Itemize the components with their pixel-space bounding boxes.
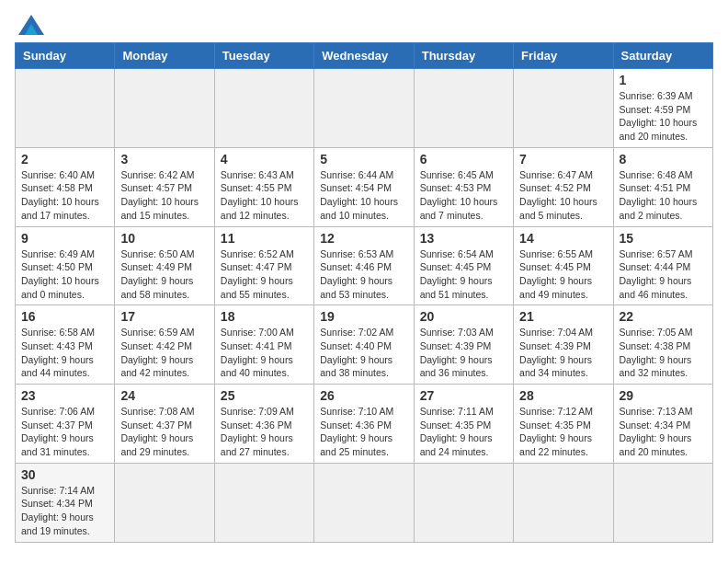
- day-number: 17: [120, 309, 208, 324]
- calendar-cell: 5Sunrise: 6:44 AM Sunset: 4:54 PM Daylig…: [314, 147, 414, 226]
- calendar-week-4: 16Sunrise: 6:58 AM Sunset: 4:43 PM Dayli…: [16, 305, 713, 385]
- calendar-cell: 20Sunrise: 7:03 AM Sunset: 4:39 PM Dayli…: [414, 305, 513, 385]
- day-number: 21: [519, 309, 607, 324]
- calendar-cell: [115, 463, 214, 542]
- day-info: Sunrise: 7:10 AM Sunset: 4:36 PM Dayligh…: [320, 405, 407, 459]
- day-info: Sunrise: 7:08 AM Sunset: 4:37 PM Dayligh…: [120, 405, 208, 459]
- calendar-week-3: 9Sunrise: 6:49 AM Sunset: 4:50 PM Daylig…: [16, 226, 713, 305]
- logo-icon: [18, 15, 44, 35]
- calendar-week-2: 2Sunrise: 6:40 AM Sunset: 4:58 PM Daylig…: [16, 147, 713, 226]
- day-info: Sunrise: 6:55 AM Sunset: 4:45 PM Dayligh…: [519, 247, 607, 302]
- day-number: 11: [221, 231, 308, 246]
- day-number: 29: [620, 388, 707, 403]
- day-number: 16: [21, 309, 108, 324]
- day-header-saturday: Saturday: [613, 43, 712, 69]
- day-info: Sunrise: 7:14 AM Sunset: 4:34 PM Dayligh…: [21, 484, 108, 538]
- day-number: 14: [519, 231, 607, 246]
- calendar-cell: 16Sunrise: 6:58 AM Sunset: 4:43 PM Dayli…: [16, 305, 115, 385]
- day-info: Sunrise: 6:40 AM Sunset: 4:58 PM Dayligh…: [21, 168, 108, 223]
- day-info: Sunrise: 7:11 AM Sunset: 4:35 PM Dayligh…: [420, 405, 507, 459]
- day-info: Sunrise: 6:47 AM Sunset: 4:52 PM Dayligh…: [519, 168, 607, 223]
- day-info: Sunrise: 7:02 AM Sunset: 4:40 PM Dayligh…: [320, 326, 407, 380]
- day-info: Sunrise: 6:43 AM Sunset: 4:55 PM Dayligh…: [221, 168, 308, 223]
- day-info: Sunrise: 7:04 AM Sunset: 4:39 PM Dayligh…: [519, 326, 607, 380]
- day-info: Sunrise: 6:48 AM Sunset: 4:51 PM Dayligh…: [620, 168, 707, 223]
- calendar-cell: 25Sunrise: 7:09 AM Sunset: 4:36 PM Dayli…: [214, 385, 313, 464]
- calendar-cell: 1Sunrise: 6:39 AM Sunset: 4:59 PM Daylig…: [613, 69, 712, 148]
- day-info: Sunrise: 6:44 AM Sunset: 4:54 PM Dayligh…: [320, 168, 407, 223]
- calendar-cell: 12Sunrise: 6:53 AM Sunset: 4:46 PM Dayli…: [314, 226, 414, 305]
- calendar-cell: [314, 463, 414, 542]
- calendar-cell: 15Sunrise: 6:57 AM Sunset: 4:44 PM Dayli…: [613, 226, 712, 305]
- day-info: Sunrise: 7:13 AM Sunset: 4:34 PM Dayligh…: [620, 405, 707, 459]
- day-number: 7: [519, 152, 607, 167]
- day-number: 24: [120, 388, 208, 403]
- day-number: 12: [320, 231, 407, 246]
- calendar-table: SundayMondayTuesdayWednesdayThursdayFrid…: [15, 42, 713, 543]
- day-info: Sunrise: 6:39 AM Sunset: 4:59 PM Dayligh…: [620, 89, 707, 144]
- calendar-cell: [414, 69, 513, 148]
- day-number: 28: [519, 388, 607, 403]
- calendar-cell: 8Sunrise: 6:48 AM Sunset: 4:51 PM Daylig…: [613, 147, 712, 226]
- calendar-cell: 11Sunrise: 6:52 AM Sunset: 4:47 PM Dayli…: [214, 226, 313, 305]
- calendar-cell: 6Sunrise: 6:45 AM Sunset: 4:53 PM Daylig…: [414, 147, 513, 226]
- calendar-cell: 9Sunrise: 6:49 AM Sunset: 4:50 PM Daylig…: [16, 226, 115, 305]
- calendar-cell: 7Sunrise: 6:47 AM Sunset: 4:52 PM Daylig…: [514, 147, 613, 226]
- day-number: 18: [221, 309, 308, 324]
- calendar-cell: [16, 69, 115, 148]
- logo: [15, 15, 44, 35]
- calendar-cell: [613, 463, 712, 542]
- calendar-cell: [115, 69, 214, 148]
- calendar-week-5: 23Sunrise: 7:06 AM Sunset: 4:37 PM Dayli…: [16, 385, 713, 464]
- calendar-header-row: SundayMondayTuesdayWednesdayThursdayFrid…: [16, 43, 713, 69]
- day-info: Sunrise: 6:57 AM Sunset: 4:44 PM Dayligh…: [620, 247, 707, 302]
- calendar-cell: [514, 463, 613, 542]
- day-info: Sunrise: 7:03 AM Sunset: 4:39 PM Dayligh…: [420, 326, 507, 380]
- calendar-cell: [214, 69, 313, 148]
- calendar-cell: 13Sunrise: 6:54 AM Sunset: 4:45 PM Dayli…: [414, 226, 513, 305]
- day-info: Sunrise: 6:54 AM Sunset: 4:45 PM Dayligh…: [420, 247, 507, 302]
- day-header-thursday: Thursday: [414, 43, 513, 69]
- day-number: 15: [620, 231, 707, 246]
- day-info: Sunrise: 7:06 AM Sunset: 4:37 PM Dayligh…: [21, 405, 108, 459]
- day-number: 22: [620, 309, 707, 324]
- calendar-cell: 3Sunrise: 6:42 AM Sunset: 4:57 PM Daylig…: [115, 147, 214, 226]
- day-number: 8: [620, 152, 707, 167]
- day-info: Sunrise: 7:12 AM Sunset: 4:35 PM Dayligh…: [519, 405, 607, 459]
- day-number: 25: [221, 388, 308, 403]
- day-number: 9: [21, 231, 108, 246]
- day-header-wednesday: Wednesday: [314, 43, 414, 69]
- calendar-cell: 14Sunrise: 6:55 AM Sunset: 4:45 PM Dayli…: [514, 226, 613, 305]
- day-header-friday: Friday: [514, 43, 613, 69]
- day-info: Sunrise: 6:45 AM Sunset: 4:53 PM Dayligh…: [420, 168, 507, 223]
- day-number: 19: [320, 309, 407, 324]
- day-number: 2: [21, 152, 108, 167]
- calendar-cell: 21Sunrise: 7:04 AM Sunset: 4:39 PM Dayli…: [514, 305, 613, 385]
- day-number: 6: [420, 152, 507, 167]
- day-number: 5: [320, 152, 407, 167]
- calendar-cell: 26Sunrise: 7:10 AM Sunset: 4:36 PM Dayli…: [314, 385, 414, 464]
- calendar-cell: 17Sunrise: 6:59 AM Sunset: 4:42 PM Dayli…: [115, 305, 214, 385]
- day-info: Sunrise: 7:00 AM Sunset: 4:41 PM Dayligh…: [221, 326, 308, 380]
- day-number: 1: [620, 73, 707, 87]
- calendar-cell: 28Sunrise: 7:12 AM Sunset: 4:35 PM Dayli…: [514, 385, 613, 464]
- day-info: Sunrise: 6:53 AM Sunset: 4:46 PM Dayligh…: [320, 247, 407, 302]
- calendar-cell: 29Sunrise: 7:13 AM Sunset: 4:34 PM Dayli…: [613, 385, 712, 464]
- day-header-tuesday: Tuesday: [214, 43, 313, 69]
- page-header: [15, 15, 713, 35]
- calendar-cell: 2Sunrise: 6:40 AM Sunset: 4:58 PM Daylig…: [16, 147, 115, 226]
- calendar-week-6: 30Sunrise: 7:14 AM Sunset: 4:34 PM Dayli…: [16, 463, 713, 542]
- day-info: Sunrise: 7:09 AM Sunset: 4:36 PM Dayligh…: [221, 405, 308, 459]
- day-info: Sunrise: 6:42 AM Sunset: 4:57 PM Dayligh…: [120, 168, 208, 223]
- calendar-cell: 19Sunrise: 7:02 AM Sunset: 4:40 PM Dayli…: [314, 305, 414, 385]
- calendar-cell: 23Sunrise: 7:06 AM Sunset: 4:37 PM Dayli…: [16, 385, 115, 464]
- day-number: 20: [420, 309, 507, 324]
- calendar-cell: [314, 69, 414, 148]
- day-number: 10: [120, 231, 208, 246]
- day-info: Sunrise: 6:58 AM Sunset: 4:43 PM Dayligh…: [21, 326, 108, 380]
- day-info: Sunrise: 7:05 AM Sunset: 4:38 PM Dayligh…: [620, 326, 707, 380]
- calendar-cell: 4Sunrise: 6:43 AM Sunset: 4:55 PM Daylig…: [214, 147, 313, 226]
- day-info: Sunrise: 6:52 AM Sunset: 4:47 PM Dayligh…: [221, 247, 308, 302]
- calendar-cell: 22Sunrise: 7:05 AM Sunset: 4:38 PM Dayli…: [613, 305, 712, 385]
- day-number: 27: [420, 388, 507, 403]
